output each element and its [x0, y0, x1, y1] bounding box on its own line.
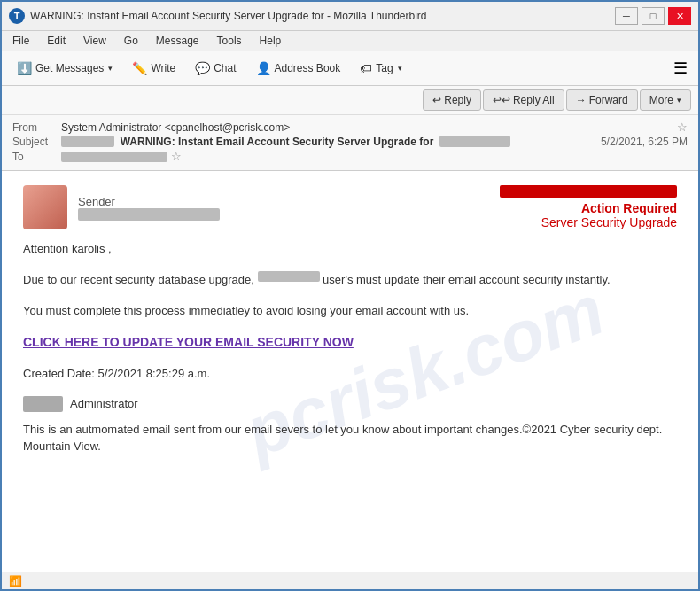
cta-paragraph: CLICK HERE TO UPDATE YOUR EMAIL SECURITY… [23, 332, 677, 353]
to-value-blurred [61, 152, 167, 162]
admin-block: Administrator [23, 396, 677, 412]
action-required-text: Action Required [230, 201, 677, 215]
more-button[interactable]: More ▾ [640, 89, 691, 111]
star-icon[interactable]: ☆ [677, 121, 688, 134]
email-date: 5/2/2021, 6:25 PM [601, 136, 688, 148]
get-messages-dropdown-icon: ▾ [108, 64, 113, 73]
minimize-button[interactable]: ─ [615, 7, 638, 25]
email-action-bar: ↩ Reply ↩↩ Reply All → Forward More ▾ [2, 86, 698, 115]
subject-row: Subject WARNING: Instant Email Account S… [12, 136, 688, 148]
sender-info: Sender [78, 195, 220, 221]
reply-icon: ↩ [432, 94, 441, 106]
write-button[interactable]: ✏️ Write [124, 57, 183, 80]
forward-button[interactable]: → Forward [566, 89, 638, 111]
cta-link[interactable]: CLICK HERE TO UPDATE YOUR EMAIL SECURITY… [23, 335, 354, 349]
menu-help[interactable]: Help [256, 33, 285, 49]
get-messages-label: Get Messages [35, 62, 104, 74]
reply-label: Reply [444, 94, 471, 106]
to-star-icon[interactable]: ☆ [171, 150, 182, 163]
app-icon: T [9, 8, 25, 24]
menu-edit[interactable]: Edit [43, 33, 69, 49]
address-book-button[interactable]: 👤 Address Book [248, 57, 349, 80]
email-body-container[interactable]: pcrisk.com Sender Action Required Server… [2, 171, 698, 572]
address-book-icon: 👤 [256, 61, 271, 75]
address-book-label: Address Book [275, 62, 341, 74]
admin-avatar [23, 396, 63, 412]
email-meta: From System Administrator <cpanelhost@pc… [2, 115, 698, 170]
menu-bar: File Edit View Go Message Tools Help [2, 31, 698, 51]
menu-message[interactable]: Message [152, 33, 203, 49]
email-content: Sender Action Required Server Security U… [2, 171, 698, 470]
greeting: Attention karolis , [23, 240, 677, 259]
window-controls: ─ □ ✕ [615, 7, 691, 25]
menu-go[interactable]: Go [121, 33, 142, 49]
from-row: From System Administrator <cpanelhost@pc… [12, 121, 688, 134]
sender-block: Sender Action Required Server Security U… [23, 185, 677, 229]
security-bar [500, 185, 677, 198]
to-label: To [12, 151, 61, 163]
status-bar: 📶 [2, 572, 698, 589]
forward-icon: → [576, 94, 587, 106]
window-title: WARNING: Instant Email Account Security … [30, 10, 615, 22]
toolbar: ⬇️ Get Messages ▾ ✏️ Write 💬 Chat 👤 Addr… [2, 51, 698, 86]
subject-blurred-2 [439, 136, 510, 147]
menu-file[interactable]: File [9, 33, 33, 49]
write-icon: ✏️ [132, 61, 147, 75]
reply-button[interactable]: ↩ Reply [423, 89, 481, 111]
tag-icon: 🏷 [360, 61, 372, 75]
subject-label: Subject [12, 136, 61, 148]
tag-dropdown-icon: ▾ [398, 64, 402, 73]
footer-text: This is an autmomated email sent from ou… [23, 421, 677, 455]
chat-button[interactable]: 💬 Chat [187, 57, 244, 80]
more-label: More [649, 94, 673, 106]
tag-label: Tag [376, 62, 393, 74]
reply-all-icon: ↩↩ [493, 94, 510, 106]
title-bar: T WARNING: Instant Email Account Securit… [2, 2, 698, 31]
admin-label: Administrator [70, 397, 138, 410]
paragraph2: You must complete this process immediatl… [23, 302, 677, 321]
sender-bar [78, 208, 220, 221]
chat-icon: 💬 [195, 61, 210, 75]
sender-label: Sender [78, 195, 220, 208]
get-messages-icon: ⬇️ [17, 61, 32, 75]
to-row: To ☆ [12, 150, 688, 163]
get-messages-button[interactable]: ⬇️ Get Messages ▾ [9, 57, 121, 80]
sender-avatar [23, 185, 67, 229]
more-dropdown-icon: ▾ [677, 96, 681, 105]
maximize-button[interactable]: □ [642, 7, 665, 25]
tag-button[interactable]: 🏷 Tag ▾ [352, 57, 409, 80]
from-value: System Administrator <cpanelhost@pcrisk.… [61, 121, 673, 134]
paragraph1: Due to our recent security database upgr… [23, 271, 677, 290]
thunderbird-window: T WARNING: Instant Email Account Securit… [0, 0, 700, 591]
chat-label: Chat [214, 62, 236, 74]
forward-label: Forward [589, 94, 628, 106]
menu-view[interactable]: View [80, 33, 110, 49]
menu-tools[interactable]: Tools [214, 33, 245, 49]
reply-all-label: Reply All [513, 94, 555, 106]
close-button[interactable]: ✕ [668, 7, 691, 25]
action-required-block: Action Required Server Security Upgrade [230, 185, 677, 229]
hamburger-menu-icon[interactable]: ☰ [670, 55, 691, 82]
email-header: ↩ Reply ↩↩ Reply All → Forward More ▾ Fr… [2, 86, 698, 171]
from-label: From [12, 121, 61, 134]
status-icon: 📶 [9, 575, 22, 587]
reply-all-button[interactable]: ↩↩ Reply All [483, 89, 564, 111]
created-date: Created Date: 5/2/2021 8:25:29 a.m. [23, 365, 677, 384]
write-label: Write [151, 62, 175, 74]
subject-value: WARNING: Instant Email Account Security … [61, 136, 601, 148]
subject-blurred-1 [61, 136, 114, 147]
subject-text: WARNING: Instant Email Account Security … [121, 136, 434, 148]
blurred-company [258, 271, 320, 282]
server-security-text: Server Security Upgrade [230, 215, 677, 229]
email-body-text: Attention karolis , Due to our recent se… [23, 240, 677, 384]
